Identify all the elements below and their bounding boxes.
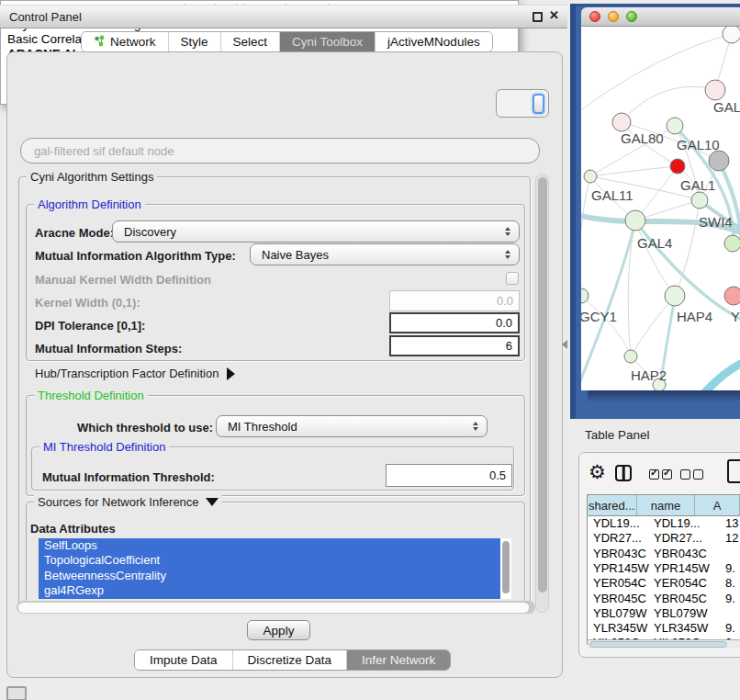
tab-network[interactable]: Network [82, 32, 168, 51]
deselect-all-columns-icon[interactable] [680, 469, 703, 480]
gear-icon[interactable]: ⚙ [589, 461, 606, 483]
hub-definition-label: Hub/Transcription Factor Definition [35, 367, 219, 380]
zoom-traffic-light[interactable] [626, 11, 637, 22]
tab-impute-data[interactable]: Impute Data [135, 650, 232, 670]
tab-select[interactable]: Select [220, 32, 280, 51]
float-window-icon[interactable] [533, 12, 543, 22]
node-gal1[interactable] [691, 192, 708, 209]
sources-expander[interactable]: Sources for Network Inference [34, 495, 222, 509]
table-row[interactable]: YBR045CYBR045C9. [588, 592, 740, 606]
node-label: Y [731, 309, 740, 324]
tab-discretize-data[interactable]: Discretize Data [232, 650, 347, 670]
node-gal80[interactable] [612, 113, 631, 131]
inference-algorithm-combobox[interactable] [496, 89, 549, 118]
manual-kernel-checkbox[interactable] [506, 272, 519, 285]
table-cell: YER054C [654, 576, 707, 591]
network-edge[interactable] [581, 221, 635, 390]
node[interactable] [723, 27, 740, 43]
network-edge[interactable] [622, 86, 715, 122]
minimize-traffic-light[interactable] [608, 11, 619, 22]
spinner-arrows-icon[interactable] [473, 422, 478, 431]
network-window: GALGAL80GAL10GAL1GAL11SWI4GAL4GCY1HAP4YH… [581, 7, 740, 390]
table-row[interactable]: YPR145WYPR145W9. [588, 561, 740, 576]
settings-vertical-scrollbar[interactable] [535, 174, 549, 613]
column-header-shared[interactable]: shared... [588, 495, 637, 515]
attribute-item-gal4rgexp[interactable]: gal4RGexp [39, 583, 500, 598]
network-edge[interactable] [581, 34, 732, 118]
window-shadow [588, 390, 740, 402]
network-canvas[interactable]: GALGAL80GAL10GAL1GAL11SWI4GAL4GCY1HAP4YH… [581, 27, 740, 390]
kernel-width-input[interactable] [389, 290, 520, 311]
tab-infer-network[interactable]: Infer Network [346, 650, 450, 670]
mi-threshold-input[interactable] [386, 464, 512, 487]
table-row[interactable]: YDR27...YDR27...12 [588, 531, 740, 546]
which-threshold-combobox[interactable]: MI Threshold [216, 415, 488, 437]
network-edge[interactable] [631, 296, 675, 356]
column-header-a[interactable]: A [695, 495, 740, 515]
scrollbar-thumb[interactable] [18, 603, 529, 613]
node[interactable] [724, 287, 740, 305]
node[interactable] [667, 118, 683, 134]
tab-label: Discretize Data [248, 653, 332, 667]
table-row[interactable]: YLR345WYLR345W9. [588, 621, 740, 636]
node-gal10[interactable] [709, 151, 729, 171]
mi-steps-label: Mutual Information Steps: [35, 342, 182, 356]
data-attributes-list: SelfLoopsTopologicalCoefficientBetweenne… [39, 538, 511, 599]
columns-icon[interactable] [615, 465, 632, 481]
close-icon[interactable]: ✕ [549, 8, 559, 22]
attribute-item-betweennesscentrality[interactable]: BetweennessCentrality [39, 569, 500, 583]
combobox-focus-button[interactable] [533, 94, 544, 114]
table-select-combobox[interactable]: gal-filtered sif default node [20, 138, 540, 164]
node-gal4[interactable] [625, 210, 645, 231]
node-hap2[interactable] [624, 350, 637, 363]
network-edge[interactable] [635, 220, 675, 296]
panel-divider-grip[interactable] [562, 340, 567, 349]
control-panel-tabs: NetworkStyleSelectCyni ToolboxjActiveMNo… [81, 31, 493, 52]
column-header-name[interactable]: name [637, 495, 695, 515]
node-gal[interactable] [705, 80, 725, 100]
network-edge[interactable] [702, 360, 740, 390]
tab-style[interactable]: Style [168, 32, 220, 51]
spinner-arrows-icon[interactable] [505, 227, 510, 236]
tab-jactivemnodules[interactable]: jActiveMNodules [375, 32, 492, 51]
table-panel-title: Table Panel [585, 428, 650, 442]
table-row[interactable]: YDL19...YDL19...13 [588, 516, 740, 531]
spinner-arrows-icon[interactable] [505, 250, 510, 259]
tab-cyni-toolbox[interactable]: Cyni Toolbox [279, 32, 375, 51]
table-row[interactable]: YBL079WYBL079W [588, 606, 740, 621]
table-row[interactable]: YER054CYER054C8. [588, 576, 740, 591]
apply-button[interactable]: Apply [247, 620, 310, 640]
node-gal11[interactable] [584, 170, 597, 183]
kernel-width-label: Kernel Width (0,1): [35, 296, 140, 310]
scrollbar-thumb[interactable] [538, 177, 547, 593]
node-label: HAP4 [677, 309, 712, 324]
mi-steps-input[interactable] [389, 335, 520, 356]
close-traffic-light[interactable] [589, 11, 600, 22]
network-edge[interactable] [581, 176, 590, 296]
node-selected[interactable] [670, 159, 685, 174]
table-cell: YDR27... [654, 531, 702, 546]
table-horizontal-scrollbar[interactable] [588, 639, 740, 649]
network-window-titlebar[interactable] [581, 7, 740, 27]
mi-algorithm-type-combobox[interactable]: Naive Bayes [250, 243, 520, 265]
node-label: GAL11 [591, 187, 633, 203]
table-cell: YDR27... [593, 531, 642, 546]
dock-panel-icon[interactable] [6, 686, 27, 700]
list-scrollbar-thumb[interactable] [502, 541, 510, 593]
new-table-icon[interactable] [727, 459, 740, 483]
settings-horizontal-scrollbar[interactable] [17, 601, 535, 614]
aracne-mode-combobox[interactable]: Discovery [112, 220, 520, 243]
hub-definition-expander[interactable]: Hub/Transcription Factor Definition [35, 367, 235, 380]
aracne-mode-value: Discovery [124, 225, 176, 239]
node-swi4[interactable] [724, 235, 740, 252]
network-edge[interactable] [590, 166, 678, 176]
dpi-tolerance-input[interactable] [389, 312, 520, 333]
attribute-item-selfloops[interactable]: SelfLoops [39, 538, 500, 553]
node-hap4[interactable] [665, 286, 685, 306]
network-edge[interactable] [581, 296, 631, 356]
select-all-columns-icon[interactable] [649, 469, 672, 480]
scrollbar-thumb[interactable] [589, 641, 727, 648]
group-title: Algorithm Definition [34, 198, 145, 211]
table-row[interactable]: YBR043CYBR043C [588, 547, 740, 561]
attribute-item-topologicalcoefficient[interactable]: TopologicalCoefficient [39, 553, 500, 568]
